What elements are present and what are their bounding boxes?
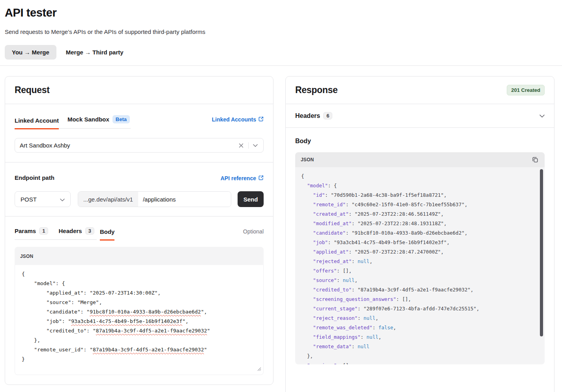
linked-accounts-link[interactable]: Linked Accounts [212,116,264,123]
method-select[interactable]: POST [15,191,71,207]
endpoint-url-group: ...ge.dev/api/ats/v1 [78,191,231,207]
select-divider [248,142,249,149]
chevron-down-icon [60,196,65,203]
tab-linked-account-label: Linked Account [15,117,59,124]
code-line: "current_stage": "289f07e6-7123-4bfa-afd… [301,304,539,314]
request-panel-header: Request [5,77,273,104]
request-json-editor: JSON { "model": { "applied_at": "2025-07… [15,247,264,375]
tab-headers[interactable]: Headers 3 [58,227,94,235]
code-line: "field_mappings": null, [301,332,539,342]
method-select-value: POST [21,196,37,203]
tab-params-label: Params [15,228,36,234]
code-line: "screening_question_answers": [], [301,295,539,304]
code-line: { [301,172,539,181]
editor-language-label: JSON [20,254,33,259]
code-line: "remote_user_id": "87a19b4a-3c9f-4df5-a2… [22,345,257,355]
scrollbar-thumb[interactable] [540,169,543,336]
api-reference-link[interactable]: API reference [221,175,264,181]
linked-accounts-link-label: Linked Accounts [212,116,256,123]
code-line: "source": "Merge", [22,298,257,307]
linked-account-select[interactable]: Art Sandbox Ashby [15,138,264,153]
code-line: "modified_at": "2025-07-23T22:28:48.1931… [301,219,539,228]
tab-params[interactable]: Params 1 [15,227,48,235]
code-line: } [22,355,257,364]
page-subtitle: Send requests to Merge’s APIs or the API… [5,28,555,35]
request-panel: Request Linked Account Mock Sandbox Beta… [5,76,274,385]
request-title: Request [15,85,50,95]
external-link-icon [259,175,264,181]
response-body-label: Body [295,138,545,145]
response-json-body: { "model": { "id": "70d590b1-2a68-4c38-b… [295,167,545,364]
resize-handle-icon[interactable] [257,366,261,373]
code-line: "credited_to": "87a19b4a-3c9f-4df5-a2e1-… [301,285,539,295]
account-tabs: Linked Account Mock Sandbox Beta [15,115,131,129]
endpoint-section: Endpoint path API reference POST ...ge.d [5,162,273,216]
external-link-icon [259,116,264,123]
api-tester-page: API tester Send requests to Merge’s APIs… [0,0,562,60]
code-line: }, [301,351,539,361]
code-line: "remote_id": "c49c60e2-15f0-41e0-85fc-7b… [301,200,539,209]
code-line: }, [22,336,257,345]
endpoint-path-label: Endpoint path [15,174,54,181]
tab-linked-account[interactable]: Linked Account [15,117,59,129]
code-line: "reject_reason": null, [301,314,539,323]
code-line: "remote_was_deleted": false, [301,323,539,332]
response-json-viewer: JSON { "model": { "id": "70d590b1-2a68-4… [295,152,545,364]
beta-badge: Beta [112,115,130,123]
code-line: "model": { [301,181,539,190]
response-headers-toggle[interactable]: Headers 6 [286,104,554,128]
response-title: Response [295,85,338,95]
response-headers-label: Headers [295,112,320,119]
send-button[interactable]: Send [238,191,264,207]
response-viewer-header: JSON [295,152,545,167]
code-line: "warnings": [] [301,361,539,364]
request-body-tabs: Params 1 Headers 3 Body [15,227,114,241]
tab-body[interactable]: Body [100,228,115,241]
optional-note: Optional [243,228,264,235]
tab-mock-sandbox-label: Mock Sandbox [67,116,109,123]
status-badge: 201 Created [507,85,545,95]
linked-account-select-value: Art Sandbox Ashby [20,142,238,149]
clear-icon[interactable] [238,142,245,149]
copy-icon[interactable] [531,156,539,164]
code-line: "created_at": "2025-07-23T22:28:46.56114… [301,209,539,219]
account-section: Linked Account Mock Sandbox Beta Linked … [5,104,273,162]
code-line: "offers": [], [301,266,539,276]
code-line: "candidate": "91bc8f10-010a-4933-8a9b-d2… [22,307,257,317]
code-line: "rejected_at": null, [301,257,539,266]
viewer-language-label: JSON [301,157,314,162]
code-line: "source": null, [301,276,539,285]
code-line: "applied_at": "2025-07-23T22:28:47.24700… [301,247,539,257]
main-content: Request Linked Account Mock Sandbox Beta… [0,66,562,392]
code-line: "remote_data": null [301,342,539,351]
code-line: { [22,269,257,279]
base-url-prefix: ...ge.dev/api/ats/v1 [78,192,138,207]
tab-body-label: Body [100,228,115,235]
code-line: "credited_to": "87a19b4a-3c9f-4df5-a2e1-… [22,326,257,336]
code-line: "id": "70d590b1-2a68-4c38-ba9f-1f5ef18a8… [301,190,539,200]
chevron-down-icon[interactable] [540,112,545,119]
chevron-down-icon[interactable] [252,143,259,148]
response-body-section: Body JSON { "model": { "id": "70d590b1-2… [286,128,554,380]
request-editor-header: JSON [15,247,264,265]
request-body-section: Params 1 Headers 3 Body Optional [5,217,273,385]
tab-headers-label: Headers [58,228,82,234]
request-json-textarea[interactable]: { "model": { "applied_at": "2025-07-23T1… [15,265,264,375]
response-panel-header: Response 201 Created [286,77,554,104]
code-line: "job": "93a3cb41-4c75-4b49-bf5e-16b9f140… [301,238,539,247]
headers-count-badge: 3 [85,227,94,235]
endpoint-path-input[interactable] [138,192,231,207]
tab-mock-sandbox[interactable]: Mock Sandbox Beta [59,115,131,129]
toggle-you-to-merge[interactable]: You → Merge [5,45,56,60]
code-line: "candidate": "91bc8f10-010a-4933-8a9b-d2… [301,228,539,238]
api-reference-link-label: API reference [221,175,256,181]
code-line: "job": "93a3cb41-4c75-4b49-bf5e-16b9f140… [22,317,257,326]
response-panel: Response 201 Created Headers 6 Body JSON… [285,76,555,392]
page-title: API tester [5,6,555,19]
direction-toggle: You → Merge Merge → Third party [5,45,555,60]
code-line: "model": { [22,279,257,288]
response-headers-count-badge: 6 [323,112,332,119]
params-count-badge: 1 [39,227,48,235]
toggle-merge-to-third-party[interactable]: Merge → Third party [59,45,131,60]
code-line: "applied_at": "2025-07-23T14:30:00Z", [22,288,257,298]
